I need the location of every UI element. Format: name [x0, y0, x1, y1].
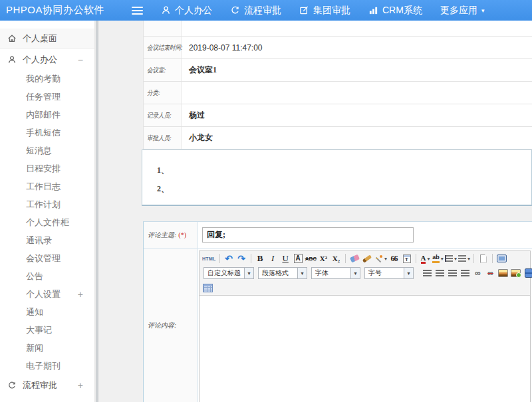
italic-button[interactable]: I [267, 252, 279, 264]
expand-plus-icon[interactable]: + [78, 289, 83, 300]
sidebar-item-e-journal[interactable]: 电子期刊 [0, 357, 94, 375]
sidebar-item-internal-mail[interactable]: 内部邮件 [0, 106, 94, 124]
sidebar-item-label: 新闻 [26, 342, 43, 354]
editor-toolbar-row2: 自定义标题 ▾ 段落格式 ▾ 字体 ▾ 字号 ▾ [200, 266, 530, 280]
insert-link-button[interactable]: ∞ [472, 267, 483, 279]
nav-crm-system[interactable]: CRM系统 [368, 5, 422, 17]
nav-group-approval[interactable]: 集团审批 [299, 5, 350, 17]
font-style-button[interactable]: A [294, 254, 303, 263]
sidebar-item-label: 个人设置 [26, 288, 61, 300]
strikethrough-button[interactable]: ABC [305, 252, 317, 264]
new-page-button[interactable] [477, 252, 489, 264]
font-size-dropdown[interactable]: 字号 ▾ [364, 267, 414, 279]
field-value: 小龙女 [182, 127, 532, 149]
subscript-button[interactable]: X₂ [331, 252, 342, 264]
sidebar-item-label: 短消息 [26, 145, 52, 157]
sidebar-item-personal-files[interactable]: 个人文件柜 [0, 213, 94, 231]
sidebar-item-label: 工作计划 [26, 199, 61, 211]
html-source-button[interactable]: HTML [202, 252, 216, 264]
sidebar-item-label: 公告 [26, 270, 43, 282]
sidebar-item-announcement[interactable]: 公告 [0, 267, 94, 285]
sidebar-item-label: 电子期刊 [26, 360, 61, 372]
nav-label: CRM系统 [382, 5, 422, 17]
scrollbar-thumb[interactable] [96, 21, 98, 402]
autoformat-button[interactable]: ▾ [374, 252, 387, 264]
blockquote-button[interactable]: 66 [388, 252, 400, 264]
insert-table-button[interactable] [202, 282, 213, 294]
highlight-color-button[interactable]: ab▾ [432, 252, 444, 264]
redo-button[interactable]: ↷ [236, 252, 247, 264]
nav-label: 更多应用 [440, 5, 477, 17]
sidebar-item-label: 个人文件柜 [26, 217, 69, 229]
align-right-button[interactable] [447, 267, 458, 279]
sidebar-item-personal-desktop[interactable]: 个人桌面 [0, 29, 94, 49]
sidebar-item-label: 工作日志 [26, 181, 61, 193]
remove-link-button[interactable]: ∞ [485, 267, 496, 279]
sidebar-item-workflow-approval[interactable]: 流程审批 + [0, 375, 94, 395]
insert-image-button[interactable] [497, 267, 509, 279]
table-row-meeting-room: 会议室: 会议室1 [144, 59, 532, 82]
font-family-dropdown[interactable]: 字体 ▾ [311, 267, 360, 279]
sidebar-menu: 个人桌面 个人办公 − 我的考勤 任务管理 内部邮件 手机短信 短消息 日程安排… [0, 21, 95, 402]
sidebar-scrollbar[interactable] [95, 21, 99, 402]
superscript-button[interactable]: X² [318, 252, 329, 264]
sidebar-item-meeting-management[interactable]: 会议管理 [0, 249, 94, 267]
note-line: 1、 [157, 161, 531, 179]
format-painter-button[interactable] [362, 252, 373, 264]
sidebar-item-news[interactable]: 新闻 [0, 339, 94, 357]
sidebar-item-short-message[interactable]: 短消息 [0, 142, 94, 159]
sidebar-item-label: 我的考勤 [26, 73, 61, 85]
underline-button[interactable]: U [280, 252, 291, 264]
bullet-list-icon [458, 255, 466, 262]
editor-content-area[interactable] [200, 295, 530, 402]
unordered-list-button[interactable]: ▾ [458, 252, 470, 264]
collapse-minus-icon[interactable]: − [78, 54, 83, 65]
insert-media-button[interactable] [523, 267, 532, 279]
hamburger-menu-icon[interactable] [132, 7, 143, 15]
field-label: 记录人员: [144, 104, 182, 126]
caret-down-icon: ▾ [441, 256, 444, 262]
nav-personal-office[interactable]: 个人办公 [161, 5, 212, 17]
align-center-button[interactable] [434, 267, 446, 279]
undo-button[interactable]: ↶ [223, 252, 235, 264]
eraser-button[interactable] [349, 252, 360, 264]
sidebar-item-work-plan[interactable]: 工作计划 [0, 195, 94, 213]
caret-down-icon: ▾ [244, 268, 253, 278]
sidebar-item-label: 通知 [26, 306, 43, 318]
comment-subject-row: 评论主题: (*) [144, 222, 532, 249]
sidebar-item-my-attendance[interactable]: 我的考勤 [0, 70, 94, 88]
sidebar-item-work-diary[interactable]: 工作日志 [0, 177, 94, 195]
sidebar-item-notification[interactable]: 通知 [0, 303, 94, 321]
custom-heading-dropdown[interactable]: 自定义标题 ▾ [203, 267, 254, 279]
sidebar-item-major-events[interactable]: 大事记 [0, 321, 94, 339]
sidebar-item-mobile-sms[interactable]: 手机短信 [0, 124, 94, 142]
sidebar-item-personal-settings[interactable]: 个人设置 + [0, 285, 94, 303]
nav-more-apps[interactable]: 更多应用 ▾ [440, 5, 485, 17]
expand-plus-icon[interactable]: + [78, 380, 83, 391]
toolbar-separator [219, 254, 220, 263]
sidebar-item-task-management[interactable]: 任务管理 [0, 88, 94, 106]
paragraph-format-dropdown[interactable]: 段落格式 ▾ [258, 267, 307, 279]
toolbar-separator [416, 254, 416, 263]
nav-workflow-approval[interactable]: 流程审批 [230, 5, 281, 17]
nav-label: 个人办公 [175, 5, 212, 17]
table-row-approver: 审批人员: 小龙女 [144, 127, 532, 150]
field-label: 分类: [144, 82, 182, 104]
preview-button[interactable] [496, 252, 507, 264]
sidebar-item-personal-office[interactable]: 个人办公 − [0, 49, 94, 70]
font-color-button[interactable]: A▾ [420, 252, 431, 264]
sidebar-item-schedule[interactable]: 日程安排 [0, 159, 94, 177]
align-left-button[interactable] [422, 267, 433, 279]
bold-button[interactable]: B [255, 252, 266, 264]
ordered-list-button[interactable]: ▾ [445, 252, 457, 264]
field-label: 审批人员: [144, 127, 182, 149]
user-icon [161, 5, 171, 15]
sidebar-item-contacts[interactable]: 通讯录 [0, 231, 94, 249]
align-justify-button[interactable] [460, 267, 471, 279]
field-label [144, 21, 182, 36]
process-cycle-icon [7, 381, 17, 390]
screenshot-button[interactable] [510, 267, 521, 279]
paste-text-button[interactable]: T [401, 252, 412, 264]
comment-subject-input[interactable] [202, 227, 414, 243]
meeting-notes-box: 1、 2、 [142, 150, 532, 206]
